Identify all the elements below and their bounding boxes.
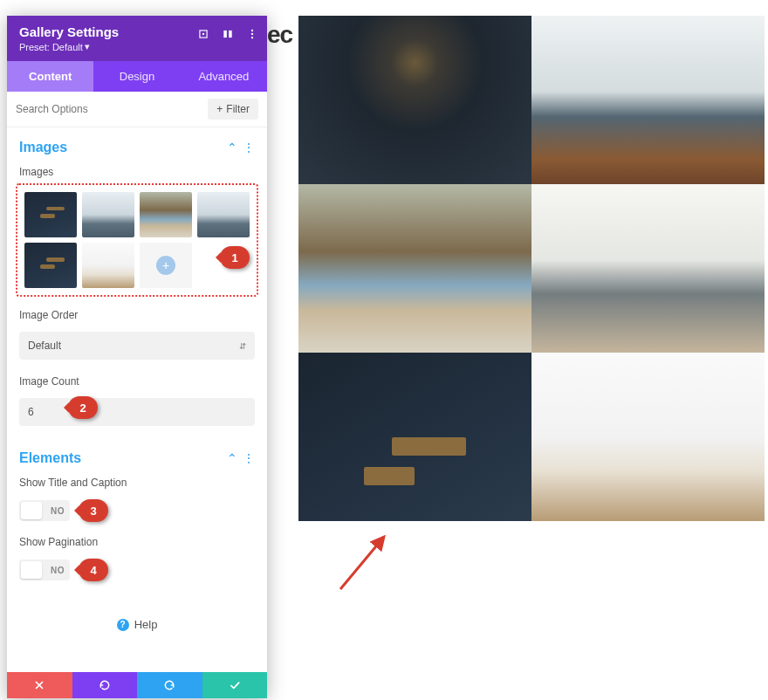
svg-point-7: [251, 37, 253, 38]
image-thumb[interactable]: [24, 192, 77, 237]
tab-content[interactable]: Content: [7, 61, 93, 92]
image-thumb[interactable]: [82, 192, 134, 237]
image-thumb[interactable]: [82, 243, 134, 288]
annotation-arrow: [332, 528, 401, 598]
title-caption-label: Show Title and Caption: [7, 473, 267, 494]
toggle-value: NO: [51, 506, 65, 516]
section-more-icon[interactable]: ⋮: [243, 451, 255, 465]
redo-button[interactable]: [137, 672, 202, 698]
more-icon[interactable]: [244, 26, 260, 42]
plus-icon: +: [156, 256, 175, 275]
gallery-image: [298, 16, 531, 184]
svg-point-6: [251, 33, 253, 35]
section-elements-head: Elements ⌃ ⋮: [7, 438, 267, 473]
help-icon: ?: [117, 619, 129, 631]
image-thumb[interactable]: [197, 192, 250, 237]
title-caption-toggle[interactable]: NO: [19, 500, 70, 521]
add-image-button[interactable]: +: [140, 243, 192, 288]
help-label: Help: [134, 618, 158, 631]
image-order-select[interactable]: Default ⇵: [19, 332, 255, 360]
gallery-preview: [298, 16, 765, 521]
image-count-label: Image Count: [7, 372, 267, 393]
image-order-label: Image Order: [7, 305, 267, 326]
gallery-image: [531, 16, 765, 184]
tab-bar: Content Design Advanced: [7, 61, 267, 92]
section-images-head: Images ⌃ ⋮: [7, 127, 267, 162]
gallery-image: [298, 184, 531, 353]
gallery-image: [531, 184, 765, 353]
svg-point-2: [202, 33, 203, 34]
annotation-badge-4: 4: [79, 559, 108, 581]
svg-rect-4: [229, 31, 232, 38]
image-thumb[interactable]: [24, 243, 77, 288]
annotation-badge-2: 2: [68, 396, 98, 419]
filter-label: Filter: [226, 103, 250, 115]
svg-rect-3: [223, 31, 227, 38]
caret-down-icon: ▾: [85, 41, 90, 52]
gallery-image: [531, 353, 765, 521]
pagination-label: Show Pagination: [7, 532, 267, 553]
pagination-toggle[interactable]: NO: [19, 559, 70, 580]
svg-line-0: [340, 537, 384, 589]
help-link[interactable]: ? Help: [7, 592, 267, 640]
collapse-icon[interactable]: ⌃: [227, 451, 237, 465]
collapse-icon[interactable]: ⌃: [227, 141, 237, 154]
image-order-value: Default: [19, 332, 255, 360]
toggle-knob: [21, 561, 42, 579]
preset-label: Preset: Default: [19, 42, 83, 52]
settings-panel: Gallery Settings Preset: Default ▾ Conte…: [7, 16, 267, 698]
columns-icon[interactable]: [220, 26, 236, 42]
preset-selector[interactable]: Preset: Default ▾: [19, 41, 255, 52]
annotation-badge-3: 3: [79, 499, 108, 522]
save-button[interactable]: [202, 672, 268, 698]
tab-advanced[interactable]: Advanced: [181, 61, 267, 92]
panel-footer: [7, 672, 267, 698]
search-input[interactable]: [16, 103, 201, 115]
annotation-badge-1: 1: [220, 246, 250, 269]
gallery-image: [298, 353, 531, 521]
filter-button[interactable]: + Filter: [208, 99, 258, 120]
toggle-value: NO: [51, 566, 65, 575]
cancel-button[interactable]: [7, 672, 72, 698]
toggle-knob: [21, 502, 42, 519]
section-images-title: Images: [19, 140, 67, 155]
image-thumb[interactable]: [140, 192, 192, 237]
expand-icon[interactable]: [195, 26, 211, 42]
svg-point-5: [251, 30, 253, 31]
panel-header: Gallery Settings Preset: Default ▾: [7, 16, 267, 61]
section-more-icon[interactable]: ⋮: [243, 141, 255, 154]
panel-body: Images ⌃ ⋮ Images + 1 Image Order: [7, 127, 267, 672]
tab-design[interactable]: Design: [93, 61, 180, 92]
search-row: + Filter: [7, 92, 267, 127]
section-elements-title: Elements: [19, 450, 81, 466]
undo-button[interactable]: [72, 672, 138, 698]
images-grid: + 1: [16, 183, 258, 297]
plus-icon: +: [216, 103, 223, 115]
background-text: ec: [267, 21, 292, 49]
image-count-input[interactable]: [19, 398, 255, 426]
images-field-label: Images: [7, 162, 267, 183]
